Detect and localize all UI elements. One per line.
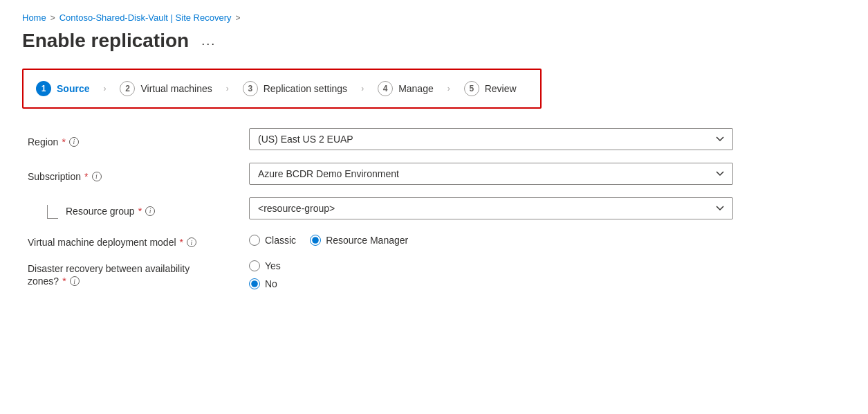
region-select[interactable]: (US) East US 2 EUAP East US West US West… <box>249 128 733 150</box>
breadcrumb-home[interactable]: Home <box>22 12 46 23</box>
step-divider-2: › <box>223 84 232 93</box>
region-label-text: Region <box>28 136 58 147</box>
step-circle-4: 4 <box>378 81 393 96</box>
resource-group-label-text: Resource group <box>66 206 135 217</box>
step-label-virtual-machines: Virtual machines <box>140 83 212 94</box>
disaster-recovery-no-option[interactable]: No <box>249 278 846 289</box>
subscription-select[interactable]: Azure BCDR Demo Environment <box>249 163 733 185</box>
step-divider-4: › <box>445 84 453 93</box>
region-control: (US) East US 2 EUAP East US West US West… <box>249 128 846 150</box>
vm-deployment-classic-radio[interactable] <box>249 235 260 246</box>
vm-deployment-classic-label: Classic <box>265 235 296 246</box>
wizard-step-replication-settings[interactable]: 3 Replication settings <box>232 77 358 100</box>
vm-deployment-resource-manager-radio[interactable] <box>310 235 321 246</box>
wizard-step-review[interactable]: 5 Review <box>453 77 528 100</box>
breadcrumb-vault[interactable]: Contoso-Shared-Disk-Vault | Site Recover… <box>59 12 232 23</box>
page-title: Enable replication <box>22 30 189 52</box>
disaster-recovery-label-text: Disaster recovery between availability <box>28 263 190 274</box>
disaster-recovery-row: Disaster recovery between availability z… <box>28 260 846 289</box>
step-divider-1: › <box>100 84 109 93</box>
step-divider-3: › <box>358 84 367 93</box>
wizard-steps: 1 Source › 2 Virtual machines › 3 Replic… <box>22 69 542 109</box>
subscription-label-text: Subscription <box>28 171 81 182</box>
vm-deployment-model-row: Virtual machine deployment model * i Cla… <box>28 232 846 248</box>
disaster-recovery-required: * <box>62 276 66 287</box>
subscription-control: Azure BCDR Demo Environment <box>249 163 846 185</box>
subscription-row: Subscription * i Azure BCDR Demo Environ… <box>28 163 846 185</box>
resource-group-required: * <box>138 206 142 217</box>
step-circle-5: 5 <box>464 81 479 96</box>
step-label-review: Review <box>485 83 517 94</box>
resource-group-select[interactable]: <resource-group> <box>249 197 733 219</box>
vm-deployment-label-text: Virtual machine deployment model <box>28 237 176 248</box>
vm-deployment-info-icon[interactable]: i <box>187 237 196 247</box>
step-label-replication-settings: Replication settings <box>264 83 347 94</box>
resource-group-row: Resource group * i <resource-group> <box>28 197 846 219</box>
vm-deployment-required: * <box>180 237 183 248</box>
disaster-recovery-no-label: No <box>265 278 277 289</box>
disaster-recovery-control: Yes No <box>249 260 846 289</box>
page-title-row: Enable replication ... <box>22 30 846 52</box>
step-circle-2: 2 <box>120 81 135 96</box>
vm-deployment-control: Classic Resource Manager <box>249 235 846 246</box>
breadcrumb-separator-1: > <box>50 13 55 23</box>
region-row: Region * i (US) East US 2 EUAP East US W… <box>28 128 846 150</box>
disaster-recovery-label-area: Disaster recovery between availability z… <box>28 260 249 287</box>
vm-deployment-label-area: Virtual machine deployment model * i <box>28 232 249 248</box>
vm-deployment-resource-manager-option[interactable]: Resource Manager <box>310 235 408 246</box>
page-container: Home > Contoso-Shared-Disk-Vault | Site … <box>0 0 868 414</box>
disaster-recovery-yes-radio[interactable] <box>249 260 260 271</box>
region-required: * <box>62 136 65 147</box>
step-circle-1: 1 <box>36 81 51 96</box>
vm-deployment-resource-manager-label: Resource Manager <box>326 235 408 246</box>
disaster-recovery-yes-option[interactable]: Yes <box>249 260 846 271</box>
disaster-recovery-yes-label: Yes <box>265 260 281 271</box>
resource-group-control: <resource-group> <box>249 197 846 219</box>
sub-line-indicator <box>47 205 58 219</box>
disaster-recovery-radio-group: Yes No <box>249 260 846 289</box>
form-section: Region * i (US) East US 2 EUAP East US W… <box>22 128 846 289</box>
step-label-manage: Manage <box>398 83 434 94</box>
step-circle-3: 3 <box>243 81 258 96</box>
resource-group-label-area: Resource group * i <box>47 200 249 217</box>
vm-deployment-radio-group: Classic Resource Manager <box>249 235 846 246</box>
wizard-step-source[interactable]: 1 Source <box>36 77 100 100</box>
region-info-icon[interactable]: i <box>69 137 79 147</box>
wizard-step-manage[interactable]: 4 Manage <box>367 77 445 100</box>
vm-deployment-classic-option[interactable]: Classic <box>249 235 296 246</box>
subscription-info-icon[interactable]: i <box>92 172 102 181</box>
breadcrumb-separator-2: > <box>236 13 241 23</box>
region-label-area: Region * i <box>28 132 249 147</box>
disaster-recovery-no-radio[interactable] <box>249 278 260 289</box>
subscription-label-area: Subscription * i <box>28 166 249 182</box>
breadcrumb: Home > Contoso-Shared-Disk-Vault | Site … <box>22 12 846 23</box>
disaster-recovery-label-text-2: zones? <box>28 276 59 287</box>
more-options-button[interactable]: ... <box>197 33 220 50</box>
wizard-step-virtual-machines[interactable]: 2 Virtual machines <box>109 77 223 100</box>
step-label-source: Source <box>57 83 89 94</box>
subscription-required: * <box>84 171 88 182</box>
resource-group-info-icon[interactable]: i <box>145 206 155 216</box>
disaster-recovery-info-icon[interactable]: i <box>70 276 80 286</box>
